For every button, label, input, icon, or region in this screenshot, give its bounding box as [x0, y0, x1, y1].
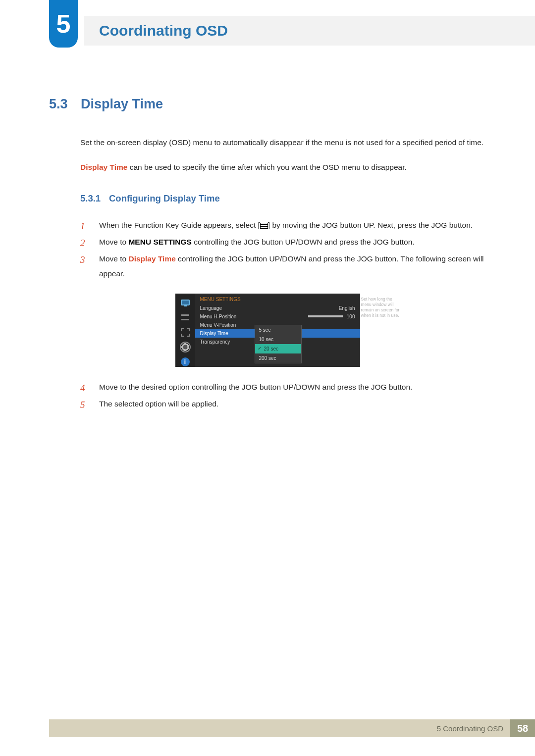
osd-value: English — [339, 305, 355, 311]
step-4-text: Move to the desired option controlling t… — [99, 383, 412, 391]
osd-option: 5 sec — [255, 325, 301, 335]
display-time-bold: Display Time — [128, 254, 175, 263]
osd-row-language: Language English — [195, 304, 360, 312]
step-2: 2 Move to MENU SETTINGS controlling the … — [80, 235, 486, 250]
gear-icon — [180, 342, 191, 352]
step-2-pre: Move to — [99, 238, 128, 246]
chapter-number-tab: 5 — [49, 0, 78, 48]
osd-panel-title: MENU SETTINGS — [195, 297, 360, 304]
chapter-number: 5 — [56, 9, 71, 39]
osd-help-text: Set how long the menu window will remain… — [361, 297, 401, 318]
osd-screenshot: i MENU SETTINGS Language English Menu H-… — [175, 294, 360, 367]
step-1-pre: When the Function Key Guide appears, sel… — [99, 221, 260, 229]
menu-icon — [260, 223, 268, 229]
section-body: 5.3Display Time Set the on-screen displa… — [0, 50, 535, 411]
osd-option: 200 sec — [255, 353, 301, 363]
step-1-post: ] by moving the JOG button UP. Next, pre… — [268, 221, 473, 229]
header-bar: Coordinating OSD — [84, 16, 535, 46]
section-intro-2: Display Time can be used to specify the … — [80, 160, 486, 174]
slider-icon — [308, 315, 343, 317]
step-num: 3 — [80, 251, 85, 269]
osd-main-panel: MENU SETTINGS Language English Menu H-Po… — [195, 294, 360, 367]
step-5-text: The selected option will be applied. — [99, 400, 218, 408]
page-header: 5 Coordinating OSD — [0, 0, 535, 50]
list-icon — [180, 312, 191, 322]
osd-sidebar: i — [175, 294, 195, 367]
osd-value: 100 — [347, 314, 355, 319]
section-heading: 5.3Display Time — [49, 97, 486, 112]
osd-option-selected: 20 sec — [255, 344, 301, 353]
step-num: 1 — [80, 217, 85, 235]
step-1: 1 When the Function Key Guide appears, s… — [80, 218, 486, 233]
step-num: 5 — [80, 396, 85, 414]
resize-icon — [180, 327, 191, 337]
section-number: 5.3 — [49, 97, 81, 112]
subsection-number: 5.3.1 — [80, 193, 109, 204]
subsection-heading: 5.3.1Configuring Display Time — [80, 193, 486, 204]
footer-chapter-ref: 5 Coordinating OSD — [437, 724, 503, 733]
chapter-title: Coordinating OSD — [99, 22, 228, 39]
step-3: 3 Move to Display Time controlling the J… — [80, 252, 486, 281]
osd-dropdown: 5 sec 10 sec 20 sec 200 sec — [255, 325, 302, 363]
section-title: Display Time — [81, 97, 163, 111]
osd-label: Language — [200, 305, 339, 311]
osd-option: 10 sec — [255, 335, 301, 344]
step-5: 5 The selected option will be applied. — [80, 397, 486, 411]
step-num: 4 — [80, 379, 85, 397]
steps-list-cont: 4 Move to the desired option controlling… — [80, 380, 486, 411]
osd-row-menu-h: Menu H-Position 100 — [195, 312, 360, 321]
menu-settings-bold: MENU SETTINGS — [128, 238, 191, 246]
monitor-icon — [180, 298, 191, 307]
step-3-pre: Move to — [99, 254, 128, 263]
steps-list: 1 When the Function Key Guide appears, s… — [80, 218, 486, 282]
osd-label: Menu H-Position — [200, 314, 308, 319]
subsection-title: Configuring Display Time — [109, 193, 220, 203]
display-time-emphasis: Display Time — [80, 163, 127, 171]
step-num: 2 — [80, 234, 85, 252]
info-icon: i — [180, 357, 191, 367]
footer-page-number: 58 — [510, 719, 535, 737]
step-2-post: controlling the JOG button UP/DOWN and p… — [192, 238, 415, 246]
page-footer: 5 Coordinating OSD 58 — [49, 719, 535, 737]
intro-2-rest: can be used to specify the time after wh… — [127, 163, 406, 171]
step-4: 4 Move to the desired option controlling… — [80, 380, 486, 395]
section-intro-1: Set the on-screen display (OSD) menu to … — [80, 136, 486, 150]
